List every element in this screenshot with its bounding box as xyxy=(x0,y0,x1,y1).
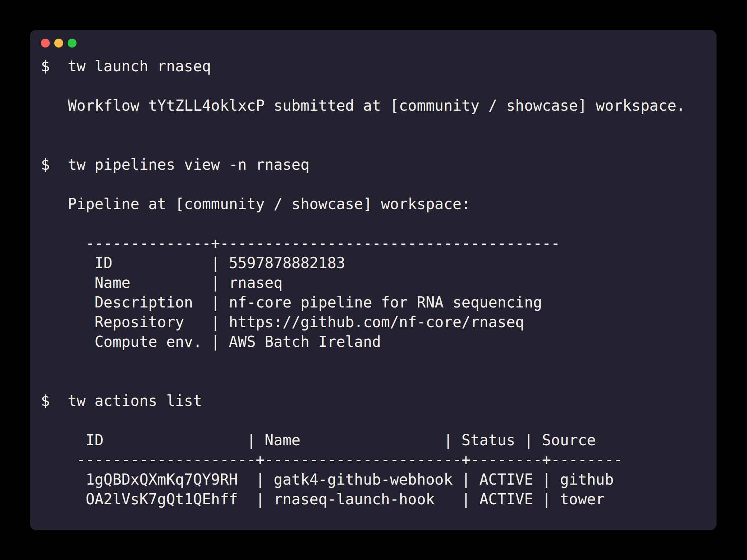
pipeline-row-description: Description | nf-core pipeline for RNA s… xyxy=(41,293,705,312)
output-workflow-submitted: Workflow tYtZLL4oklxcP submitted at [com… xyxy=(41,96,705,115)
output-pipeline-header: Pipeline at [community / showcase] works… xyxy=(41,194,705,214)
command-launch: $ tw launch rnaseq xyxy=(41,56,705,76)
pipeline-table-separator: --------------+-------------------------… xyxy=(41,234,705,253)
pipeline-row-id: ID | 5597878882183 xyxy=(41,253,705,273)
terminal-content: $ tw launch rnaseq Workflow tYtZLL4oklxc… xyxy=(41,56,705,509)
actions-table-row: OA2lVsK7gQt1QEhff | rnaseq-launch-hook |… xyxy=(41,489,705,509)
pipeline-row-compute-env: Compute env. | AWS Batch Ireland xyxy=(41,332,705,352)
pipeline-row-name: Name | rnaseq xyxy=(41,273,705,293)
close-button[interactable] xyxy=(41,39,50,48)
minimize-button[interactable] xyxy=(54,39,63,48)
actions-table-header: ID | Name | Status | Source xyxy=(41,430,705,450)
command-actions-list: $ tw actions list xyxy=(41,391,705,411)
zoom-button[interactable] xyxy=(68,39,77,48)
terminal-window: $ tw launch rnaseq Workflow tYtZLL4oklxc… xyxy=(30,30,717,530)
titlebar xyxy=(41,39,705,48)
actions-table-row: 1gQBDxQXmKq7QY9RH | gatk4-github-webhook… xyxy=(41,470,705,489)
command-pipelines-view: $ tw pipelines view -n rnaseq xyxy=(41,155,705,175)
actions-table-separator: --------------------+-------------------… xyxy=(41,450,705,470)
pipeline-row-repository: Repository | https://github.com/nf-core/… xyxy=(41,312,705,332)
